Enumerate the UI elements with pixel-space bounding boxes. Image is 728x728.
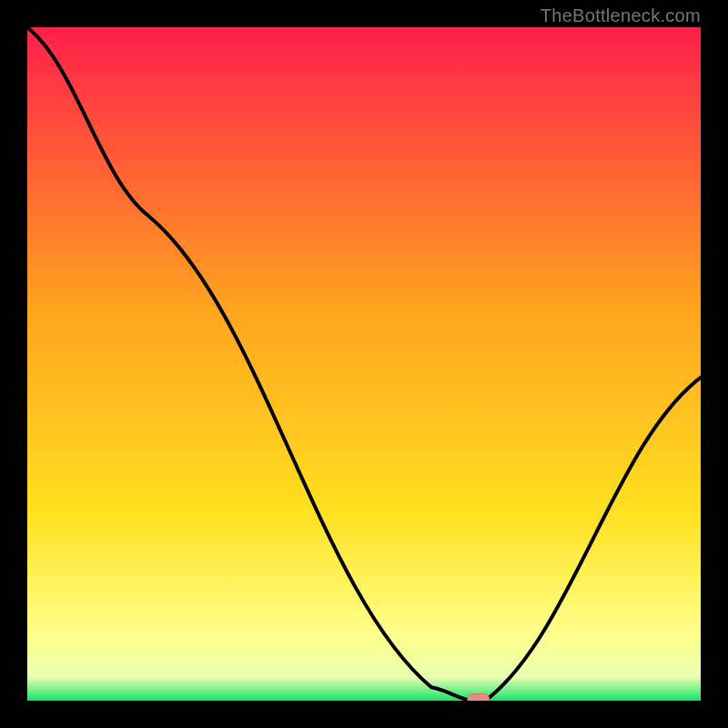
chart-svg (27, 27, 701, 701)
chart-stage: TheBottleneck.com (0, 0, 728, 728)
optimal-marker (468, 694, 490, 702)
watermark-text: TheBottleneck.com (541, 5, 701, 26)
plot-area (27, 27, 701, 701)
